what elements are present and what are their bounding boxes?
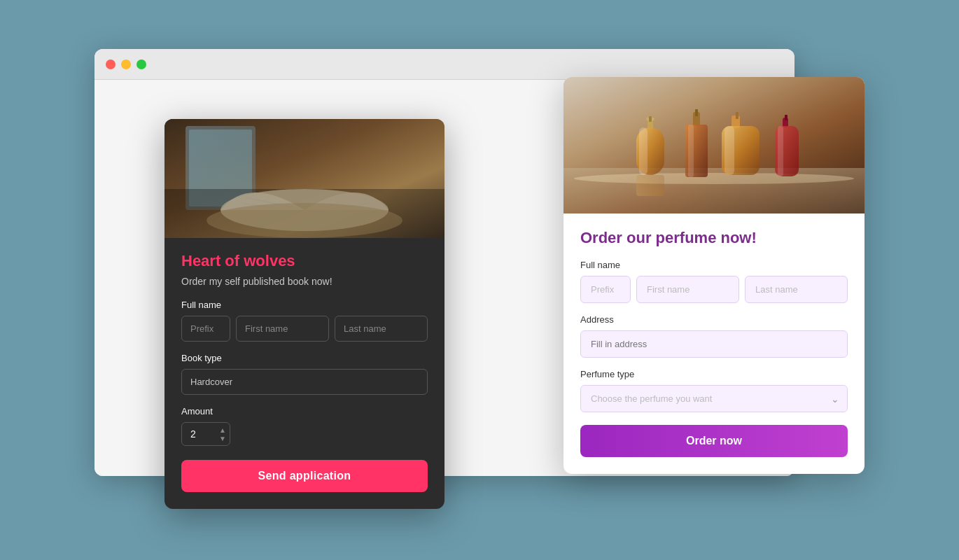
book-prefix-input[interactable] (181, 316, 230, 342)
perfume-form-body: Order our perfume now! Full name Address… (564, 214, 864, 474)
order-now-button[interactable]: Order now (580, 425, 848, 457)
perfume-type-select[interactable]: Choose the perfume you want (580, 385, 848, 412)
amount-row: ▲ ▼ (181, 422, 428, 446)
browser-titlebar (94, 49, 794, 80)
name-row (181, 316, 428, 342)
svg-rect-25 (649, 116, 652, 122)
svg-point-11 (574, 173, 854, 184)
amount-up-arrow[interactable]: ▲ (219, 426, 226, 434)
book-firstname-input[interactable] (236, 316, 329, 342)
amount-input-wrap: ▲ ▼ (181, 422, 230, 446)
traffic-light-yellow[interactable] (121, 59, 131, 69)
send-application-button[interactable]: Send application (181, 460, 428, 492)
perfume-full-name-label: Full name (580, 260, 848, 270)
perfume-lastname-input[interactable] (745, 276, 848, 303)
perfume-hero-image (564, 77, 864, 214)
perfume-type-label: Perfume type (580, 369, 848, 379)
book-title: Heart of wolves (181, 252, 428, 270)
perfume-prefix-input[interactable] (580, 276, 631, 303)
address-input[interactable] (580, 330, 848, 358)
svg-rect-28 (785, 115, 788, 120)
perfume-type-select-wrap: Choose the perfume you want ⌄ (580, 385, 848, 412)
book-subtitle: Order my self published book now! (181, 276, 428, 287)
book-form-body: Heart of wolves Order my self published … (164, 238, 444, 509)
book-type-label: Book type (181, 353, 428, 363)
book-hero-image (164, 119, 444, 238)
address-label: Address (580, 314, 848, 325)
svg-rect-15 (639, 127, 648, 175)
book-lastname-input[interactable] (335, 316, 428, 342)
svg-rect-27 (736, 112, 738, 119)
perfume-form-card: Order our perfume now! Full name Address… (564, 77, 864, 474)
amount-arrows: ▲ ▼ (219, 426, 226, 442)
perfume-name-row (580, 276, 848, 303)
perfume-firstname-input[interactable] (636, 276, 739, 303)
amount-down-arrow[interactable]: ▼ (219, 435, 226, 442)
svg-rect-29 (636, 175, 664, 196)
book-type-field[interactable]: Hardcover (181, 369, 428, 395)
svg-rect-24 (778, 126, 783, 176)
svg-rect-26 (695, 109, 698, 116)
amount-label: Amount (181, 406, 428, 416)
traffic-light-red[interactable] (106, 59, 115, 69)
perfume-title: Order our perfume now! (580, 229, 848, 247)
traffic-light-green[interactable] (136, 59, 146, 69)
full-name-label: Full name (181, 300, 428, 310)
book-form-card: Heart of wolves Order my self published … (164, 119, 444, 509)
svg-rect-21 (724, 126, 734, 175)
svg-rect-18 (688, 125, 694, 177)
svg-rect-8 (164, 189, 444, 238)
